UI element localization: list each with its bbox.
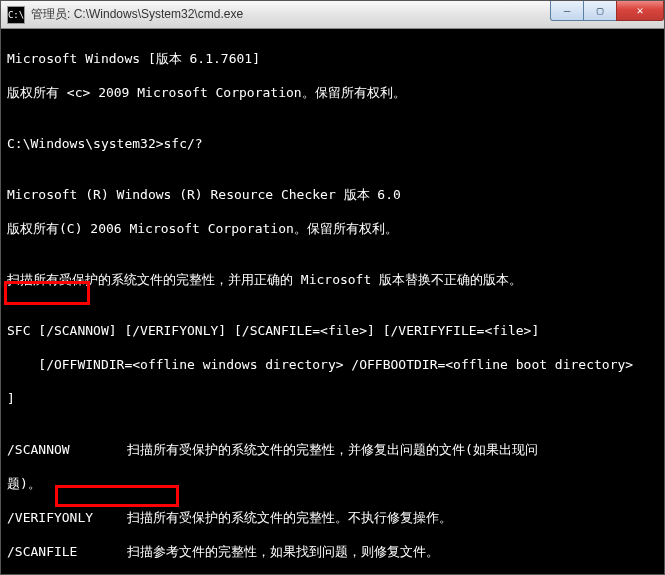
output-line: [/OFFWINDIR=<offline windows directory> …: [7, 356, 658, 373]
cmd-icon: C:\: [7, 6, 25, 24]
option-key: /SCANFILE: [7, 543, 127, 560]
close-button[interactable]: ✕: [616, 1, 664, 21]
output-line: 版权所有 <c> 2009 Microsoft Corporation。保留所有…: [7, 84, 658, 101]
option-desc: 扫描参考文件的完整性，如果找到问题，则修复文件。: [127, 544, 439, 559]
option-key: /SCANNOW: [7, 441, 127, 458]
output-line: SFC [/SCANNOW] [/VERIFYONLY] [/SCANFILE=…: [7, 322, 658, 339]
option-continuation: 题)。: [7, 475, 658, 492]
maximize-button[interactable]: ▢: [583, 1, 617, 21]
window-title: 管理员: C:\Windows\System32\cmd.exe: [31, 6, 243, 23]
output-line: ]: [7, 390, 658, 407]
output-line: 版权所有(C) 2006 Microsoft Corporation。保留所有权…: [7, 220, 658, 237]
option-desc: 扫描所有受保护的系统文件的完整性。不执行修复操作。: [127, 510, 452, 525]
minimize-button[interactable]: —: [550, 1, 584, 21]
prompt-line: C:\Windows\system32>sfc/?: [7, 135, 658, 152]
option-row: /SCANNOW扫描所有受保护的系统文件的完整性，并修复出问题的文件(如果出现问: [7, 441, 658, 458]
window-controls: — ▢ ✕: [551, 1, 664, 21]
option-key: /VERIFYONLY: [7, 509, 127, 526]
option-desc: 扫描所有受保护的系统文件的完整性，并修复出问题的文件(如果出现问: [127, 442, 538, 457]
option-row: /VERIFYONLY扫描所有受保护的系统文件的完整性。不执行修复操作。: [7, 509, 658, 526]
output-line: Microsoft Windows [版本 6.1.7601]: [7, 50, 658, 67]
output-line: Microsoft (R) Windows (R) Resource Check…: [7, 186, 658, 203]
terminal-output[interactable]: Microsoft Windows [版本 6.1.7601] 版权所有 <c>…: [1, 29, 664, 574]
titlebar[interactable]: C:\ 管理员: C:\Windows\System32\cmd.exe — ▢…: [1, 1, 664, 29]
option-row: /SCANFILE扫描参考文件的完整性，如果找到问题，则修复文件。: [7, 543, 658, 560]
output-line: 扫描所有受保护的系统文件的完整性，并用正确的 Microsoft 版本替换不正确…: [7, 271, 658, 288]
